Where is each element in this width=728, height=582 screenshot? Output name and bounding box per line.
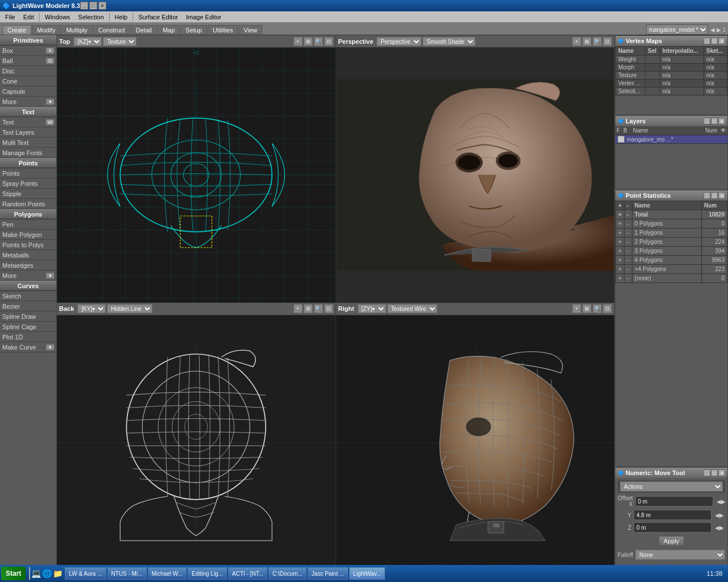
viewport-right-zoom-fit[interactable]: ⊞ <box>582 304 592 313</box>
offset-y-arrow[interactable]: ◀▶ <box>714 512 725 518</box>
viewport-perspective-move[interactable]: + <box>572 37 581 46</box>
viewport-top-expand[interactable]: ⊡ <box>324 37 333 46</box>
viewport-right-expand[interactable]: ⊡ <box>603 304 612 313</box>
viewport-perspective-expand[interactable]: ⊡ <box>603 37 612 46</box>
viewport-back[interactable]: Back [KY]▾ Hidden Line + ⊞ 🔍 ⊡ <box>57 303 336 570</box>
taskbar-item-3[interactable]: Editing Lig... <box>188 567 227 580</box>
start-button[interactable]: Start <box>1 567 26 580</box>
tab-construct[interactable]: Construct <box>93 25 130 35</box>
ql-icon-3[interactable]: 📁 <box>53 569 63 578</box>
menu-file[interactable]: File <box>1 12 19 22</box>
viewport-top-zoom-in[interactable]: 🔍 <box>314 37 323 46</box>
numeric-titlebar[interactable]: 🔷 Numeric: Move Tool _ □ × <box>615 468 727 478</box>
sidebar-btn-more-poly[interactable]: More▾ <box>0 271 56 281</box>
viewport-back-canvas[interactable] <box>57 315 336 570</box>
model-dropdown[interactable]: mangalore_model * <box>646 24 708 35</box>
vertex-maps-titlebar[interactable]: 🔷 Vertex Maps _ □ × <box>615 36 727 46</box>
vm-row[interactable]: Weight n/a n/a <box>616 56 727 64</box>
stats-minus-btn[interactable]: - <box>624 219 632 228</box>
tab-map[interactable]: Map <box>158 25 180 35</box>
menu-surface-editor[interactable]: Surface Editor <box>134 12 182 22</box>
stats-plus-btn[interactable]: + <box>616 228 624 238</box>
stats-row[interactable]: + - Total 10820 <box>616 210 727 219</box>
tab-setup[interactable]: Setup <box>180 25 207 35</box>
tab-detail[interactable]: Detail <box>131 25 157 35</box>
sidebar-btn-stipple[interactable]: Stipple <box>0 189 56 199</box>
sidebar-btn-cone[interactable]: Cone <box>0 76 56 86</box>
vm-minimize[interactable]: _ <box>704 38 710 44</box>
stats-plus-btn[interactable]: + <box>616 274 624 283</box>
tab-view[interactable]: View <box>239 25 263 35</box>
sidebar-btn-disc[interactable]: Disc <box>0 66 56 76</box>
viewport-perspective-view-select[interactable]: Perspective <box>377 37 421 46</box>
menu-help[interactable]: Help <box>111 12 132 22</box>
taskbar-item-4[interactable]: ACTI - [NT... <box>228 567 267 580</box>
sidebar-btn-manage-fonts[interactable]: Manage Fonts <box>0 148 56 158</box>
stats-row[interactable]: + - 0 Polygons 0 <box>616 219 727 228</box>
menu-image-editor[interactable]: Image Editor <box>182 12 225 22</box>
layers-titlebar[interactable]: 🔷 Layers _ □ × <box>615 116 727 126</box>
stats-plus-btn[interactable]: + <box>616 219 624 228</box>
stats-plus-btn[interactable]: + <box>616 210 624 219</box>
taskbar-item-6[interactable]: Jasc Paint ... <box>308 567 348 580</box>
stats-plus-btn[interactable]: + <box>616 238 624 247</box>
tab-utilities[interactable]: Utilities <box>208 25 238 35</box>
stats-minus-btn[interactable]: - <box>624 210 632 219</box>
sidebar-btn-metaedges[interactable]: Metaedges <box>0 260 56 271</box>
ql-icon-2[interactable]: 🌐 <box>42 569 52 578</box>
viewport-perspective-zoom-fit[interactable]: ⊞ <box>582 37 592 46</box>
offset-z-input[interactable] <box>634 522 712 533</box>
sidebar-btn-ball[interactable]: BallO <box>0 56 56 66</box>
offset-x-input[interactable] <box>635 496 713 506</box>
sidebar-btn-random-points[interactable]: Random Points <box>0 199 56 209</box>
stats-row[interactable]: + - 1 Polygons 16 <box>616 228 727 238</box>
stats-titlebar[interactable]: 🔷 Point Statistics _ □ × <box>615 190 727 201</box>
viewport-top-move[interactable]: + <box>293 37 303 46</box>
vm-maximize[interactable]: □ <box>711 38 718 44</box>
viewport-right-canvas[interactable] <box>336 315 615 570</box>
vm-row[interactable]: Vertex ... n/a n/a <box>616 80 727 88</box>
viewport-back-view-select[interactable]: [KY]▾ <box>77 304 106 313</box>
stats-minus-btn[interactable]: - <box>624 238 632 247</box>
tab-create[interactable]: Create <box>2 25 31 35</box>
stats-row[interactable]: + - 2 Polygons 224 <box>616 238 727 247</box>
falloff-dropdown[interactable]: None <box>635 550 725 560</box>
stats-maximize[interactable]: □ <box>711 192 718 199</box>
stats-minus-btn[interactable]: - <box>624 247 632 256</box>
stats-close[interactable]: × <box>718 192 725 199</box>
sidebar-btn-spline-cage[interactable]: Spline Cage <box>0 322 56 332</box>
offset-z-arrow[interactable]: ◀▶ <box>714 525 725 531</box>
close-button[interactable]: × <box>98 2 106 10</box>
stats-row[interactable]: + - 4 Polygons 9963 <box>616 256 727 265</box>
stats-row[interactable]: + - 3 Polygons 394 <box>616 247 727 256</box>
sidebar-btn-plot-1d[interactable]: Plot 1D <box>0 332 56 342</box>
tab-modify[interactable]: Modify <box>32 25 60 35</box>
sidebar-btn-bezier[interactable]: Bezier <box>0 301 56 311</box>
sidebar-btn-multi-text[interactable]: Multi Text <box>0 138 56 148</box>
sidebar-btn-metaballs[interactable]: Metaballs <box>0 250 56 260</box>
taskbar-item-0[interactable]: LW & Aura ... <box>65 567 106 580</box>
numeric-close[interactable]: × <box>718 469 725 476</box>
sidebar-btn-make-polygon[interactable]: Make Polygon <box>0 230 56 240</box>
sidebar-btn-text-layers[interactable]: Text Layers <box>0 127 56 138</box>
menu-windows[interactable]: Windows <box>41 12 75 22</box>
taskbar-item-1[interactable]: NTUS - Mi... <box>107 567 147 580</box>
vm-row[interactable]: Selecti... n/a n/a <box>616 88 727 95</box>
stats-plus-btn[interactable]: + <box>616 247 624 256</box>
minimize-button[interactable]: _ <box>80 2 88 10</box>
stats-row[interactable]: + - (none) 0 <box>616 274 727 283</box>
viewport-back-expand[interactable]: ⊡ <box>324 304 333 313</box>
layers-minimize[interactable]: _ <box>704 118 710 124</box>
sidebar-btn-spray-points[interactable]: Spray Points <box>0 178 56 189</box>
stats-minus-btn[interactable]: - <box>624 256 632 265</box>
taskbar-item-2[interactable]: Michael W... <box>148 567 187 580</box>
viewport-perspective-zoom-in[interactable]: 🔍 <box>593 37 602 46</box>
maximize-button[interactable]: □ <box>89 2 97 10</box>
stats-plus-btn[interactable]: + <box>616 256 624 265</box>
layers-maximize[interactable]: □ <box>711 118 718 124</box>
sidebar-btn-more-prim[interactable]: More▾ <box>0 97 56 107</box>
offset-y-input[interactable] <box>634 510 712 520</box>
taskbar-item-7[interactable]: LightWav... <box>349 567 385 580</box>
viewport-perspective-canvas[interactable] <box>336 48 615 302</box>
stats-minimize[interactable]: _ <box>704 192 710 199</box>
